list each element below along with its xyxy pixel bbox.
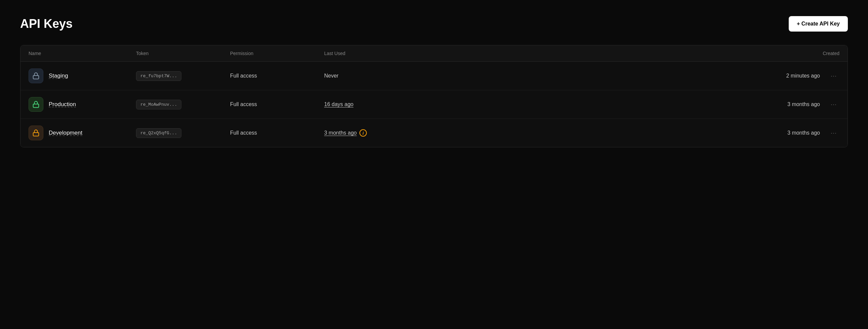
- permission-cell-staging: Full access: [230, 73, 324, 79]
- api-keys-table: Name Token Permission Last Used Created …: [20, 45, 848, 147]
- svg-rect-1: [33, 104, 39, 107]
- last-used-cell-staging: Never: [324, 73, 418, 79]
- info-icon-development[interactable]: i: [360, 129, 367, 137]
- last-used-value-staging: Never: [324, 73, 339, 79]
- table-row: Production re_MoAwPnuv... Full access 16…: [21, 90, 847, 119]
- more-options-production[interactable]: ···: [828, 100, 839, 109]
- page-header: API Keys + Create API Key: [20, 16, 848, 32]
- column-token: Token: [136, 51, 230, 56]
- token-cell-development: re_Q2xQ5qfG...: [136, 128, 230, 138]
- created-value-staging: 2 minutes ago: [786, 73, 820, 79]
- table-row: Development re_Q2xQ5qfG... Full access 3…: [21, 119, 847, 147]
- more-options-development[interactable]: ···: [828, 128, 839, 138]
- create-api-key-button[interactable]: + Create API Key: [789, 16, 848, 32]
- token-cell-production: re_MoAwPnuv...: [136, 100, 230, 109]
- permission-cell-production: Full access: [230, 101, 324, 107]
- table-header: Name Token Permission Last Used Created: [21, 45, 847, 62]
- column-created: Created: [418, 51, 839, 56]
- name-cell-production: Production: [29, 97, 136, 112]
- token-badge-development[interactable]: re_Q2xQ5qfG...: [136, 128, 181, 138]
- table-row: Staging re_fu7bpt7W... Full access Never…: [21, 62, 847, 90]
- created-value-production: 3 months ago: [787, 101, 820, 107]
- name-cell-staging: Staging: [29, 68, 136, 83]
- token-cell-staging: re_fu7bpt7W...: [136, 71, 230, 81]
- more-options-staging[interactable]: ···: [828, 71, 839, 81]
- created-value-development: 3 months ago: [787, 130, 820, 136]
- svg-rect-2: [33, 133, 39, 136]
- token-badge-staging[interactable]: re_fu7bpt7W...: [136, 71, 181, 81]
- created-cell-staging: 2 minutes ago ···: [418, 71, 839, 81]
- created-cell-production: 3 months ago ···: [418, 100, 839, 109]
- key-icon-development: [29, 126, 43, 140]
- key-name-staging[interactable]: Staging: [49, 72, 68, 79]
- last-used-value-development: 3 months ago: [324, 130, 357, 136]
- permission-cell-development: Full access: [230, 130, 324, 136]
- last-used-cell-production: 16 days ago: [324, 101, 418, 107]
- last-used-cell-development: 3 months ago i: [324, 129, 418, 137]
- created-cell-development: 3 months ago ···: [418, 128, 839, 138]
- token-badge-production[interactable]: re_MoAwPnuv...: [136, 100, 181, 109]
- column-last-used: Last Used: [324, 51, 418, 56]
- key-name-development[interactable]: Development: [49, 130, 82, 136]
- key-icon-production: [29, 97, 43, 112]
- column-name: Name: [29, 51, 136, 56]
- key-icon-staging: [29, 68, 43, 83]
- svg-rect-0: [33, 75, 39, 79]
- name-cell-development: Development: [29, 126, 136, 140]
- key-name-production[interactable]: Production: [49, 101, 76, 108]
- column-permission: Permission: [230, 51, 324, 56]
- last-used-value-production: 16 days ago: [324, 101, 353, 107]
- page-title: API Keys: [20, 17, 72, 31]
